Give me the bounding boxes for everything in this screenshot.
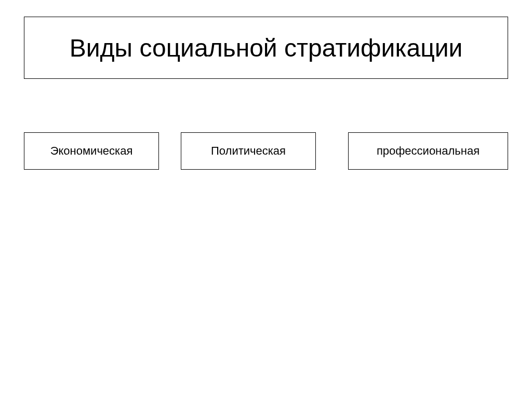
category-label: Экономическая — [50, 144, 133, 158]
category-box-political: Политическая — [181, 132, 316, 170]
diagram-title: Виды социальной стратификации — [70, 34, 463, 62]
category-box-professional: профессиональная — [348, 132, 508, 170]
category-box-economic: Экономическая — [24, 132, 159, 170]
category-label: Политическая — [211, 144, 286, 158]
title-box: Виды социальной стратификации — [24, 17, 508, 79]
category-label: профессиональная — [377, 144, 480, 158]
